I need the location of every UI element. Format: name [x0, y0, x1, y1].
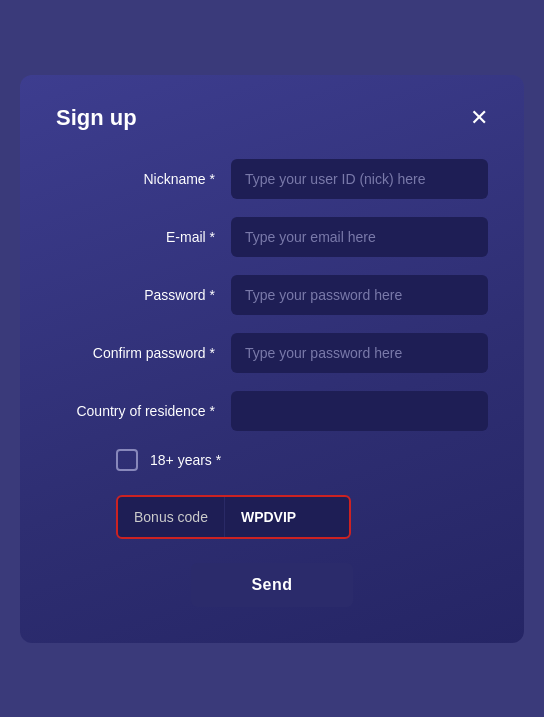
country-label: Country of residence * — [56, 403, 231, 419]
bonus-row: Bonus code WPDVIP — [56, 495, 488, 539]
country-row: Country of residence * — [56, 391, 488, 431]
bonus-container: Bonus code WPDVIP — [116, 495, 351, 539]
modal-title: Sign up — [56, 105, 137, 131]
password-row: Password * — [56, 275, 488, 315]
age-checkbox-label: 18+ years * — [150, 452, 221, 468]
nickname-input[interactable] — [231, 159, 488, 199]
confirm-password-row: Confirm password * — [56, 333, 488, 373]
confirm-password-input[interactable] — [231, 333, 488, 373]
send-row: Send — [56, 563, 488, 607]
confirm-password-label: Confirm password * — [56, 345, 231, 361]
age-checkbox-row: 18+ years * — [56, 449, 488, 471]
signup-modal: Sign up ✕ Nickname * E-mail * Password *… — [20, 75, 524, 643]
nickname-row: Nickname * — [56, 159, 488, 199]
bonus-code-label: Bonus code — [118, 497, 225, 537]
close-button[interactable]: ✕ — [470, 107, 488, 129]
country-input[interactable] — [231, 391, 488, 431]
modal-header: Sign up ✕ — [56, 105, 488, 131]
password-input[interactable] — [231, 275, 488, 315]
email-label: E-mail * — [56, 229, 231, 245]
email-row: E-mail * — [56, 217, 488, 257]
password-label: Password * — [56, 287, 231, 303]
send-button[interactable]: Send — [191, 563, 352, 607]
email-input[interactable] — [231, 217, 488, 257]
bonus-code-value: WPDVIP — [225, 497, 312, 537]
age-checkbox[interactable] — [116, 449, 138, 471]
nickname-label: Nickname * — [56, 171, 231, 187]
